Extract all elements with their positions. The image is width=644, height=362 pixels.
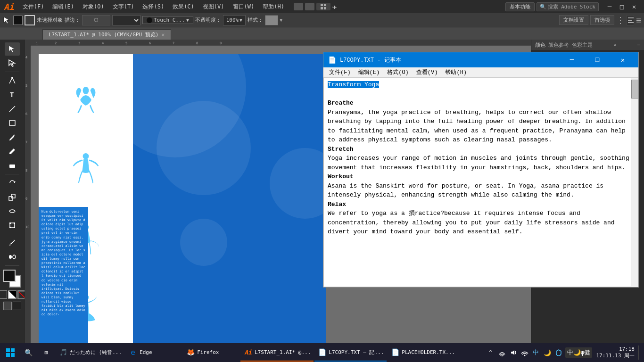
svg-text:10: 10 bbox=[25, 225, 29, 229]
menu-file[interactable]: 文件(F) bbox=[19, 2, 48, 12]
tray-wifi[interactable] bbox=[520, 348, 529, 357]
menu-text[interactable]: 文字(T) bbox=[109, 2, 138, 12]
show-desktop-button[interactable] bbox=[638, 346, 640, 360]
full-screen-mode[interactable] bbox=[13, 302, 21, 310]
document-tab[interactable]: L7START_1.AI* @ 100% (CMYK/GPU 预览) × bbox=[42, 29, 171, 40]
view-modes bbox=[3, 302, 21, 310]
svg-rect-51 bbox=[11, 348, 15, 352]
menu-window[interactable]: 窗口(W) bbox=[229, 2, 258, 12]
selection-tool[interactable] bbox=[5, 42, 20, 56]
svg-point-25 bbox=[13, 255, 16, 259]
extension-icon-2[interactable] bbox=[305, 3, 314, 10]
touch-button[interactable]: Touch C... ▼ bbox=[142, 16, 193, 24]
free-transform-tool[interactable] bbox=[5, 219, 20, 232]
menu-help[interactable]: 帮助(H) bbox=[259, 2, 288, 12]
extension-icon-1[interactable] bbox=[294, 3, 303, 10]
start-button[interactable] bbox=[2, 344, 19, 361]
svg-line-12 bbox=[9, 106, 15, 112]
tray-network[interactable] bbox=[497, 348, 507, 357]
fill-color-swatch[interactable] bbox=[13, 16, 23, 25]
notepad-maximize-button[interactable]: □ bbox=[586, 52, 608, 67]
svg-text:5: 5 bbox=[25, 84, 27, 88]
type-tool[interactable]: T bbox=[5, 88, 20, 101]
np-menu-edit[interactable]: 编辑(E) bbox=[355, 67, 384, 77]
notepad-close-button[interactable]: ✕ bbox=[612, 52, 634, 67]
opacity-field[interactable]: 100% ▼ bbox=[223, 15, 246, 25]
bg-circle-2 bbox=[157, 101, 251, 195]
color-theme-panel-label: 色彩主题 bbox=[572, 41, 593, 49]
notepad-scrollbar[interactable] bbox=[631, 78, 638, 287]
tray-antivirus[interactable] bbox=[554, 348, 563, 357]
maximize-button[interactable]: □ bbox=[616, 1, 628, 12]
pen-tool[interactable] bbox=[5, 74, 20, 87]
taskbar-app-notepad[interactable]: 📄 L7COPY.TXT – 記... bbox=[314, 344, 387, 362]
toolbar-menu-icon[interactable]: ≡ bbox=[636, 15, 641, 25]
tools-panel: T bbox=[0, 40, 25, 348]
normal-mode[interactable] bbox=[0, 290, 7, 299]
menu-view[interactable]: 视图(V) bbox=[199, 2, 228, 12]
svg-rect-1 bbox=[324, 4, 326, 6]
notepad-minimize-button[interactable]: ─ bbox=[561, 52, 583, 67]
stroke-width-field[interactable]: ⬡ bbox=[82, 15, 110, 25]
eraser-tool[interactable] bbox=[5, 159, 20, 172]
eyedropper-tool[interactable] bbox=[5, 236, 20, 249]
stroke-select[interactable] bbox=[112, 15, 140, 25]
style-swatch[interactable] bbox=[265, 15, 278, 25]
menu-effect[interactable]: 效果(C) bbox=[169, 2, 198, 12]
tray-show-hidden[interactable]: ^ bbox=[486, 348, 495, 357]
blend-tool[interactable] bbox=[5, 250, 20, 263]
panel-menu-icon[interactable]: ≡ bbox=[637, 42, 640, 48]
align-icon-1[interactable] bbox=[627, 15, 634, 25]
system-clock[interactable]: 17:18 17:11.13 周一 bbox=[594, 346, 636, 360]
np-menu-format[interactable]: 格式(O) bbox=[383, 67, 413, 77]
style-dropdown-icon[interactable]: ▼ bbox=[280, 18, 282, 23]
taskbar-app-edge[interactable]: e Edge bbox=[125, 344, 182, 362]
ruler-vertical: 4 5 6 7 8 9 10 bbox=[25, 40, 31, 348]
np-menu-help[interactable]: 帮助(H) bbox=[441, 67, 471, 77]
np-menu-file[interactable]: 文件(F) bbox=[325, 67, 355, 77]
preferences-button[interactable]: 首选项 bbox=[590, 15, 614, 25]
ime-status[interactable]: 中🌙ψ健 bbox=[565, 347, 593, 358]
gradient-mode[interactable] bbox=[8, 290, 17, 299]
taskbar-app-illustrator[interactable]: Ai L7START_1.AI* @... bbox=[240, 344, 314, 362]
notepad-text-area[interactable]: Transform Yoga Breathe Pranayama, the yo… bbox=[323, 78, 638, 287]
taskbar-app-music[interactable]: 🎵 だっために (純音... bbox=[56, 344, 124, 362]
warp-tool[interactable] bbox=[5, 205, 20, 218]
direct-selection-tool[interactable] bbox=[5, 57, 20, 70]
panel-expand-icon[interactable]: » bbox=[613, 42, 617, 48]
menu-select[interactable]: 选择(S) bbox=[139, 2, 168, 12]
np-menu-view[interactable]: 查看(V) bbox=[413, 67, 442, 77]
search-stock-button[interactable]: 🔍 搜索 Adobe Stock bbox=[537, 2, 599, 11]
notepad-titlebar[interactable]: 📄 L7COPY.TXT - 记事本 ─ □ ✕ bbox=[323, 52, 638, 67]
close-button[interactable]: ✕ bbox=[628, 1, 640, 12]
tool-selector[interactable] bbox=[3, 16, 11, 25]
tray-volume[interactable] bbox=[509, 348, 518, 357]
section-heading-workout: Workout bbox=[328, 173, 354, 180]
tray-china-input[interactable]: 中 bbox=[531, 348, 541, 357]
line-tool[interactable] bbox=[5, 102, 20, 115]
normal-screen-mode[interactable] bbox=[3, 302, 12, 310]
doc-settings-button[interactable]: 文档设置 bbox=[559, 15, 588, 25]
rotate-tool[interactable] bbox=[5, 176, 20, 189]
grid-icon[interactable] bbox=[316, 3, 330, 10]
notepad-scroll-thumb[interactable] bbox=[631, 80, 639, 99]
color-panel-header[interactable]: 颜色 颜色参考 色彩主题 » ≡ bbox=[531, 40, 644, 51]
menu-edit[interactable]: 编辑(E) bbox=[49, 2, 78, 12]
menu-object[interactable]: 对象(O) bbox=[79, 2, 108, 12]
arrow-tool-icon[interactable]: ✈ bbox=[332, 2, 337, 11]
stroke-color-btn[interactable] bbox=[25, 15, 35, 25]
foreground-color[interactable] bbox=[3, 270, 16, 282]
taskbar-app-placeholder[interactable]: 📄 PLACEHOLDER.TX... bbox=[388, 344, 458, 362]
rectangle-tool[interactable] bbox=[5, 116, 20, 130]
tray-moon[interactable]: 🌙 bbox=[543, 348, 552, 357]
more-options-icon[interactable]: ⋮ bbox=[616, 15, 625, 25]
minimize-button[interactable]: ─ bbox=[603, 1, 616, 12]
taskbar-app-firefox[interactable]: 🦊 Firefox bbox=[183, 344, 239, 362]
taskbar-search-button[interactable]: 🔍 bbox=[20, 344, 37, 361]
doc-tab-close-button[interactable]: × bbox=[161, 32, 165, 38]
paintbrush-tool[interactable] bbox=[5, 131, 20, 144]
task-view-button[interactable]: ⊞ bbox=[38, 344, 55, 361]
workspace-button[interactable]: 基本功能 bbox=[505, 2, 535, 11]
scale-tool[interactable] bbox=[5, 190, 20, 204]
pencil-tool[interactable] bbox=[5, 145, 20, 158]
